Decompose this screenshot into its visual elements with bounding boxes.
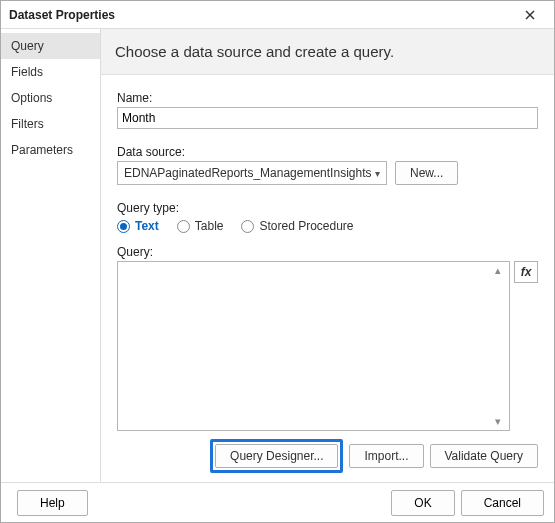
querytype-label: Query type: — [117, 201, 538, 215]
radio-text-label: Text — [135, 219, 159, 233]
name-input[interactable] — [117, 107, 538, 129]
radio-table[interactable]: Table — [177, 219, 224, 233]
radio-table-label: Table — [195, 219, 224, 233]
cancel-button[interactable]: Cancel — [461, 490, 544, 516]
highlight-box: Query Designer... — [210, 439, 343, 473]
sidebar-item-options[interactable]: Options — [1, 85, 100, 111]
scroll-up-icon[interactable]: ▴ — [491, 264, 505, 277]
ok-button[interactable]: OK — [391, 490, 454, 516]
titlebar: Dataset Properties — [1, 1, 554, 29]
query-textarea[interactable]: ▴ ▾ — [117, 261, 510, 431]
sidebar-item-fields[interactable]: Fields — [1, 59, 100, 85]
panel-header: Choose a data source and create a query. — [101, 29, 554, 75]
radio-stored-label: Stored Procedure — [259, 219, 353, 233]
datasource-value: EDNAPaginatedReports_ManagementInsights — [124, 166, 371, 180]
name-label: Name: — [117, 91, 538, 105]
dialog-footer: Help OK Cancel — [1, 482, 554, 522]
validate-query-button[interactable]: Validate Query — [430, 444, 539, 468]
radio-stored[interactable]: Stored Procedure — [241, 219, 353, 233]
querytype-radiogroup: Text Table Stored Procedure — [117, 219, 538, 233]
datasource-select[interactable]: EDNAPaginatedReports_ManagementInsights … — [117, 161, 387, 185]
expression-button[interactable]: fx — [514, 261, 538, 283]
sidebar-item-parameters[interactable]: Parameters — [1, 137, 100, 163]
close-icon[interactable] — [514, 4, 546, 26]
help-button[interactable]: Help — [17, 490, 88, 516]
chevron-down-icon: ▾ — [375, 168, 380, 179]
sidebar: Query Fields Options Filters Parameters — [1, 29, 101, 482]
main-panel: Choose a data source and create a query.… — [101, 29, 554, 482]
radio-text[interactable]: Text — [117, 219, 159, 233]
window-title: Dataset Properties — [9, 8, 115, 22]
scroll-down-icon[interactable]: ▾ — [491, 415, 505, 428]
query-designer-button[interactable]: Query Designer... — [215, 444, 338, 468]
query-label: Query: — [117, 245, 538, 259]
import-button[interactable]: Import... — [349, 444, 423, 468]
new-datasource-button[interactable]: New... — [395, 161, 458, 185]
datasource-label: Data source: — [117, 145, 538, 159]
sidebar-item-query[interactable]: Query — [1, 33, 100, 59]
dialog-window: Dataset Properties Query Fields Options … — [0, 0, 555, 523]
sidebar-item-filters[interactable]: Filters — [1, 111, 100, 137]
panel-content: Name: Data source: EDNAPaginatedReports_… — [101, 75, 554, 482]
